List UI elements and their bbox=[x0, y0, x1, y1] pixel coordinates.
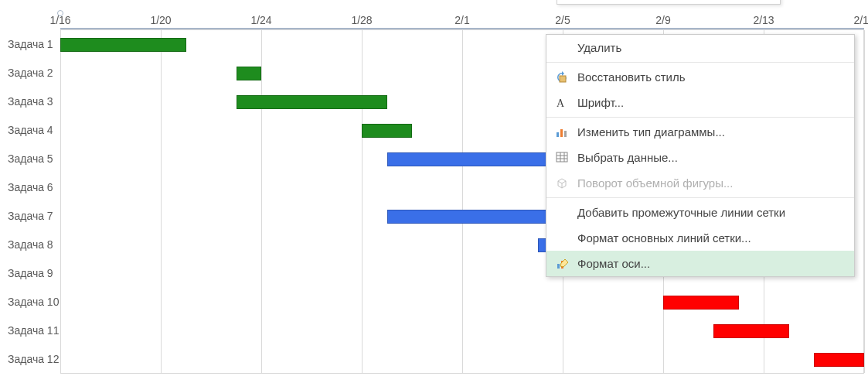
menu-select-data[interactable]: Выбрать данные... bbox=[546, 145, 854, 170]
context-menu: Удалить Восстановить стиль A Шрифт... Из… bbox=[546, 34, 855, 277]
task-label: Задача 11 bbox=[8, 324, 56, 337]
menu-sep bbox=[546, 197, 854, 198]
x-tick-label: 2/1 bbox=[447, 14, 478, 26]
font-icon: A bbox=[556, 97, 577, 109]
menu-format-axis-label: Формат оси... bbox=[577, 257, 650, 270]
svg-rect-5 bbox=[557, 152, 567, 162]
gantt-chart: 1/161/201/241/282/12/52/92/132/17 Задача… bbox=[0, 0, 868, 390]
task-bar[interactable] bbox=[387, 152, 563, 166]
task-bar[interactable] bbox=[663, 296, 739, 310]
task-bar[interactable] bbox=[814, 353, 864, 367]
menu-change-chart-type[interactable]: Изменить тип диаграммы... bbox=[546, 119, 854, 145]
gridline bbox=[864, 30, 865, 373]
reset-icon bbox=[556, 71, 577, 84]
menu-delete-label: Удалить bbox=[577, 41, 621, 54]
format-axis-icon bbox=[556, 257, 577, 271]
task-label: Задача 6 bbox=[8, 181, 56, 193]
menu-change-type-label: Изменить тип диаграммы... bbox=[577, 125, 725, 139]
task-bar[interactable] bbox=[362, 124, 412, 138]
task-bar[interactable] bbox=[237, 95, 387, 109]
x-tick-label: 1/20 bbox=[145, 14, 176, 26]
svg-rect-10 bbox=[557, 264, 560, 269]
task-label: Задача 5 bbox=[8, 152, 56, 165]
tooltip-box bbox=[557, 0, 781, 5]
task-bar[interactable] bbox=[60, 38, 186, 52]
menu-font-label: Шрифт... bbox=[577, 96, 624, 109]
task-label: Задача 2 bbox=[8, 67, 56, 79]
x-tick-label: 1/28 bbox=[346, 14, 377, 26]
gridline bbox=[161, 30, 162, 373]
cube-icon bbox=[556, 177, 577, 190]
svg-rect-4 bbox=[564, 131, 567, 137]
gridline bbox=[362, 30, 363, 373]
x-tick-label: 2/13 bbox=[748, 14, 779, 26]
task-label: Задача 3 bbox=[8, 95, 56, 108]
task-label: Задача 9 bbox=[8, 267, 56, 279]
task-label: Задача 4 bbox=[8, 124, 56, 136]
menu-format-major-gridlines[interactable]: Формат основных линий сетки... bbox=[546, 225, 854, 251]
task-bar[interactable] bbox=[713, 324, 789, 338]
task-label: Задача 1 bbox=[8, 38, 56, 50]
menu-add-minor-label: Добавить промежуточные линии сетки bbox=[577, 206, 785, 219]
menu-format-major-label: Формат основных линий сетки... bbox=[577, 231, 751, 245]
chart-type-icon bbox=[556, 126, 577, 139]
menu-reset-style[interactable]: Восстановить стиль bbox=[546, 64, 854, 90]
gridline bbox=[60, 30, 61, 373]
svg-rect-3 bbox=[560, 129, 563, 137]
x-tick-label: 2/9 bbox=[648, 14, 679, 26]
x-tick-label: 2/5 bbox=[547, 14, 578, 26]
task-label: Задача 10 bbox=[8, 296, 56, 308]
gridline bbox=[462, 30, 463, 373]
select-data-icon bbox=[556, 152, 577, 164]
menu-font[interactable]: A Шрифт... bbox=[546, 90, 854, 115]
menu-sep bbox=[546, 117, 854, 118]
menu-add-minor-gridlines[interactable]: Добавить промежуточные линии сетки bbox=[546, 200, 854, 225]
x-tick-label: 1/24 bbox=[246, 14, 277, 26]
svg-text:A: A bbox=[557, 98, 565, 109]
menu-format-axis[interactable]: Формат оси... bbox=[546, 251, 854, 276]
svg-rect-2 bbox=[557, 132, 559, 137]
gridline bbox=[261, 30, 262, 373]
task-label: Задача 8 bbox=[8, 238, 56, 251]
menu-3d-rotation: Поворот объемной фигуры... bbox=[546, 170, 854, 196]
task-label: Задача 7 bbox=[8, 210, 56, 222]
x-tick-label: 2/17 bbox=[849, 14, 868, 26]
svg-rect-0 bbox=[560, 76, 566, 82]
menu-sep bbox=[546, 62, 854, 63]
menu-reset-style-label: Восстановить стиль bbox=[577, 70, 686, 84]
menu-3d-rotation-label: Поворот объемной фигуры... bbox=[577, 176, 733, 190]
menu-delete[interactable]: Удалить bbox=[546, 35, 854, 60]
menu-select-data-label: Выбрать данные... bbox=[577, 151, 678, 164]
task-bar[interactable] bbox=[237, 67, 262, 80]
task-label: Задача 12 bbox=[8, 353, 56, 365]
x-tick-label: 1/16 bbox=[45, 14, 76, 26]
